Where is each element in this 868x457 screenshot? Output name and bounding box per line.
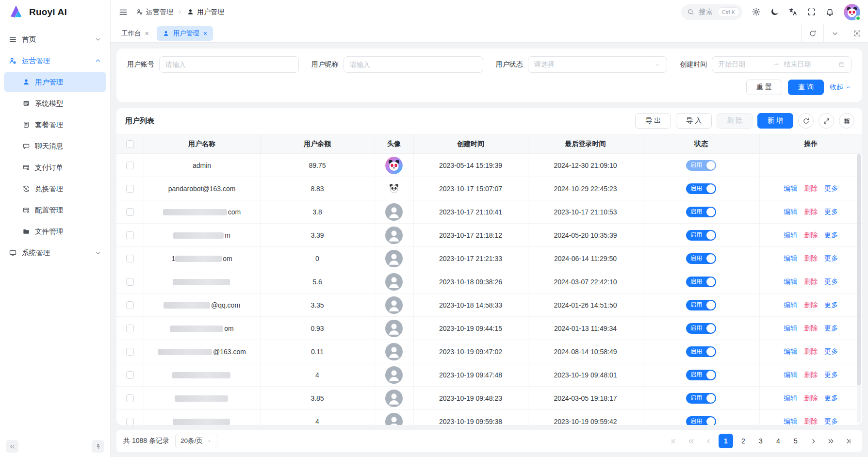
row-checkbox[interactable] <box>126 348 134 356</box>
row-checkbox[interactable] <box>126 231 134 239</box>
page-size-select[interactable]: 20条/页 <box>175 434 217 448</box>
more-link[interactable]: 更多 <box>824 277 838 285</box>
brand-logo[interactable]: Ruoyi AI <box>0 0 110 24</box>
refresh-tab-button[interactable] <box>801 24 823 42</box>
table-refresh-button[interactable] <box>798 113 814 129</box>
add-button[interactable]: 新 增 <box>757 113 793 129</box>
sidebar-toggle-button[interactable] <box>118 7 128 17</box>
status-toggle[interactable]: 启用 <box>686 160 716 171</box>
more-link[interactable]: 更多 <box>824 371 838 378</box>
page-jump-forward-button[interactable] <box>823 434 838 448</box>
delete-link[interactable]: 删除 <box>804 324 818 332</box>
page-4-button[interactable]: 4 <box>771 434 786 448</box>
row-checkbox[interactable] <box>126 185 134 193</box>
delete-link[interactable]: 删除 <box>804 394 818 402</box>
language-button[interactable] <box>788 7 798 16</box>
sidebar-item-exchange-management[interactable]: 兑换管理 <box>4 179 106 199</box>
edit-link[interactable]: 编辑 <box>784 371 797 378</box>
status-toggle[interactable]: 启用 <box>686 277 716 287</box>
notifications-button[interactable] <box>825 7 835 16</box>
delete-link[interactable]: 删除 <box>804 347 818 355</box>
status-toggle[interactable]: 启用 <box>686 230 716 241</box>
delete-link[interactable]: 删除 <box>804 277 818 285</box>
edit-link[interactable]: 编辑 <box>784 394 797 402</box>
sidebar-pin-button[interactable] <box>92 440 104 453</box>
global-search[interactable]: 搜索 Ctrl K <box>681 4 743 20</box>
theme-toggle-button[interactable] <box>770 7 779 16</box>
page-next-button[interactable] <box>806 434 820 448</box>
sidebar-item-home[interactable]: 首页 <box>4 29 106 49</box>
delete-link[interactable]: 删除 <box>804 208 818 215</box>
edit-link[interactable]: 编辑 <box>784 301 797 309</box>
edit-link[interactable]: 编辑 <box>784 254 797 262</box>
export-button[interactable]: 导 出 <box>635 113 671 129</box>
sidebar-item-file-management[interactable]: 文件管理 <box>4 221 106 242</box>
delete-link[interactable]: 删除 <box>804 254 818 262</box>
row-checkbox[interactable] <box>126 371 134 379</box>
sidebar-item-user-management[interactable]: 用户管理 <box>4 72 106 92</box>
nickname-input[interactable] <box>344 56 483 73</box>
more-link[interactable]: 更多 <box>824 208 838 215</box>
user-avatar[interactable] <box>844 4 860 20</box>
scrollbar-thumb[interactable] <box>857 154 861 385</box>
page-2-button[interactable]: 2 <box>736 434 751 448</box>
row-checkbox[interactable] <box>126 278 134 286</box>
row-checkbox[interactable] <box>126 255 134 262</box>
more-link[interactable]: 更多 <box>824 417 838 425</box>
more-link[interactable]: 更多 <box>824 184 838 192</box>
status-toggle[interactable]: 启用 <box>686 370 716 380</box>
status-toggle[interactable]: 启用 <box>686 416 716 425</box>
page-last-button[interactable] <box>841 434 855 448</box>
page-first-button[interactable] <box>666 434 681 448</box>
import-button[interactable]: 导 入 <box>676 113 712 129</box>
edit-link[interactable]: 编辑 <box>784 231 797 239</box>
date-range-picker[interactable]: 开始日期 结束日期 <box>712 56 852 73</box>
edit-link[interactable]: 编辑 <box>784 184 797 192</box>
status-toggle[interactable]: 启用 <box>686 346 716 357</box>
delete-link[interactable]: 删除 <box>804 301 818 309</box>
reset-button[interactable]: 重 置 <box>746 80 782 95</box>
sidebar-item-operations[interactable]: 运营管理 <box>4 50 106 71</box>
more-link[interactable]: 更多 <box>824 394 838 402</box>
page-3-button[interactable]: 3 <box>753 434 768 448</box>
close-tab-icon[interactable]: × <box>145 30 149 37</box>
tab-menu-button[interactable] <box>823 24 846 42</box>
table-fullscreen-button[interactable] <box>819 113 834 129</box>
delete-link[interactable]: 删除 <box>804 371 818 378</box>
status-toggle[interactable]: 启用 <box>686 300 716 310</box>
status-toggle[interactable]: 启用 <box>686 183 716 194</box>
page-5-button[interactable]: 5 <box>788 434 803 448</box>
tab-user-management[interactable]: 用户管理× <box>157 26 213 41</box>
status-toggle[interactable]: 启用 <box>686 393 716 404</box>
row-checkbox[interactable] <box>126 301 134 309</box>
row-checkbox[interactable] <box>126 418 134 425</box>
page-jump-back-button[interactable] <box>684 434 698 448</box>
row-checkbox[interactable] <box>126 394 134 402</box>
sidebar-item-chat-messages[interactable]: 聊天消息 <box>4 136 106 156</box>
row-checkbox[interactable] <box>126 208 134 216</box>
account-input[interactable] <box>159 56 299 73</box>
sidebar-item-system-management[interactable]: 系统管理 <box>4 243 106 263</box>
more-link[interactable]: 更多 <box>824 231 838 239</box>
delete-link[interactable]: 删除 <box>804 184 818 192</box>
status-toggle[interactable]: 启用 <box>686 253 716 264</box>
search-button[interactable]: 查 询 <box>788 80 824 95</box>
page-1-button[interactable]: 1 <box>719 434 733 448</box>
edit-link[interactable]: 编辑 <box>784 208 797 215</box>
breadcrumb-user-management[interactable]: 用户管理 <box>187 8 224 16</box>
collapse-filter-link[interactable]: 收起 <box>830 83 852 92</box>
more-link[interactable]: 更多 <box>824 324 838 332</box>
status-toggle[interactable]: 启用 <box>686 323 716 334</box>
more-link[interactable]: 更多 <box>824 347 838 355</box>
page-prev-button[interactable] <box>701 434 716 448</box>
close-tab-icon[interactable]: × <box>203 30 207 37</box>
row-checkbox[interactable] <box>126 162 134 169</box>
delete-button[interactable]: 删 除 <box>717 113 753 129</box>
select-all-checkbox[interactable] <box>126 140 134 148</box>
row-checkbox[interactable] <box>126 325 134 332</box>
column-settings-button[interactable] <box>839 113 854 129</box>
more-link[interactable]: 更多 <box>824 301 838 309</box>
status-select[interactable]: 请选择 <box>528 56 668 73</box>
sidebar-collapse-button[interactable] <box>6 440 18 453</box>
sidebar-item-package-management[interactable]: 套餐管理 <box>4 114 106 135</box>
